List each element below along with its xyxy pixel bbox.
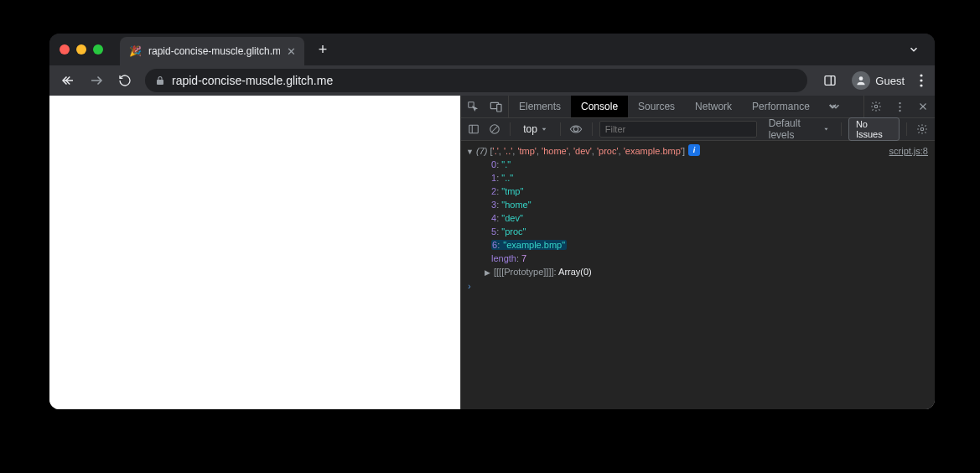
- device-toolbar-button[interactable]: [485, 96, 508, 117]
- console-output[interactable]: ▼ (7) ['.', '..', 'tmp', 'home', 'dev', …: [461, 141, 935, 409]
- array-entry-row: 6: "example.bmp": [461, 238, 935, 252]
- length-row: length: 7: [461, 252, 935, 265]
- svg-rect-3: [825, 76, 835, 86]
- summary-item: '.': [493, 146, 499, 156]
- reload-button[interactable]: [113, 69, 137, 92]
- log-levels-selector[interactable]: Default levels: [764, 117, 834, 141]
- array-entry-row: 3: "home": [461, 198, 935, 211]
- summary-item: 'example.bmp': [624, 146, 682, 156]
- avatar-icon: [852, 71, 870, 90]
- context-label: top: [523, 123, 537, 135]
- svg-point-8: [920, 84, 922, 86]
- levels-label: Default levels: [769, 117, 822, 141]
- array-summary: (7) ['.', '..', 'tmp', 'home', 'dev', 'p…: [476, 144, 685, 158]
- tab-elements[interactable]: Elements: [509, 96, 571, 117]
- svg-marker-24: [824, 128, 827, 131]
- svg-marker-22: [542, 128, 547, 131]
- expand-caret-icon[interactable]: ▼: [466, 145, 474, 159]
- svg-point-25: [921, 127, 925, 131]
- execution-context-selector[interactable]: top: [517, 121, 553, 138]
- svg-point-7: [920, 79, 922, 81]
- summary-item: 'proc': [597, 146, 619, 156]
- svg-point-15: [899, 109, 900, 111]
- svg-point-14: [899, 106, 900, 107]
- tab-performance[interactable]: Performance: [742, 96, 820, 117]
- devtools-menu-button[interactable]: [888, 96, 911, 117]
- back-button[interactable]: [56, 69, 80, 92]
- prototype-row[interactable]: ▶[[[[Prototype]]]]: Array(0): [461, 265, 935, 279]
- svg-point-6: [920, 74, 922, 76]
- page-viewport[interactable]: [49, 96, 460, 409]
- maximize-window-button[interactable]: [93, 44, 103, 55]
- window-controls: [60, 44, 113, 55]
- tab-network[interactable]: Network: [685, 96, 742, 117]
- address-bar-row: rapid-concise-muscle.glitch.me Guest: [49, 65, 935, 96]
- new-tab-button[interactable]: +: [311, 38, 334, 61]
- live-expression-button[interactable]: [568, 124, 585, 134]
- svg-rect-18: [469, 125, 478, 133]
- more-tabs-button[interactable]: [820, 96, 848, 117]
- browser-tab[interactable]: 🎉 rapid-concise-muscle.glitch.m ✕: [120, 37, 304, 65]
- filter-field[interactable]: [599, 121, 757, 138]
- svg-line-21: [491, 127, 497, 133]
- svg-point-23: [574, 127, 578, 131]
- devtools-close-button[interactable]: [911, 96, 935, 117]
- content-area: Elements Console Sources Network Perform…: [49, 96, 935, 409]
- tab-console[interactable]: Console: [571, 96, 628, 117]
- summary-item: '..': [504, 146, 512, 156]
- console-toolbar: top Default levels No Issues: [461, 118, 935, 141]
- svg-point-13: [899, 101, 900, 103]
- tab-sources[interactable]: Sources: [628, 96, 685, 117]
- summary-item: 'home': [542, 146, 568, 156]
- source-link[interactable]: script.js:8: [881, 144, 928, 158]
- array-entry-row: 4: "dev": [461, 211, 935, 225]
- log-summary-row[interactable]: ▼ (7) ['.', '..', 'tmp', 'home', 'dev', …: [461, 144, 935, 158]
- tab-title: rapid-concise-muscle.glitch.m: [148, 45, 280, 57]
- devtools-panel: Elements Console Sources Network Perform…: [460, 96, 935, 409]
- tab-close-button[interactable]: ✕: [287, 45, 296, 58]
- minimize-window-button[interactable]: [76, 44, 86, 55]
- side-panel-button[interactable]: [818, 69, 842, 92]
- console-settings-button[interactable]: [914, 123, 931, 135]
- profile-label: Guest: [875, 75, 905, 87]
- clear-console-button[interactable]: [485, 123, 503, 135]
- inspect-element-button[interactable]: [461, 96, 485, 117]
- titlebar: 🎉 rapid-concise-muscle.glitch.m ✕ +: [49, 34, 935, 65]
- proto-caret-icon[interactable]: ▶: [485, 268, 490, 277]
- info-badge-icon[interactable]: i: [688, 144, 700, 156]
- devtools-tabs: Elements Console Sources Network Perform…: [461, 96, 935, 118]
- tabs-dropdown-button[interactable]: [908, 44, 925, 55]
- profile-button[interactable]: Guest: [845, 70, 911, 91]
- summary-item: 'tmp': [517, 146, 537, 156]
- browser-window: 🎉 rapid-concise-muscle.glitch.m ✕ + rapi…: [49, 34, 935, 409]
- console-prompt[interactable]: ›: [461, 279, 935, 293]
- forward-button[interactable]: [85, 69, 108, 92]
- filter-input[interactable]: [599, 121, 757, 138]
- svg-rect-11: [497, 104, 501, 112]
- summary-item: 'dev': [573, 146, 592, 156]
- address-bar[interactable]: rapid-concise-muscle.glitch.me: [145, 69, 807, 92]
- svg-point-5: [859, 76, 863, 81]
- devtools-settings-button[interactable]: [864, 96, 888, 117]
- console-sidebar-toggle[interactable]: [464, 123, 482, 135]
- issues-button[interactable]: No Issues: [848, 117, 900, 141]
- browser-menu-button[interactable]: [915, 74, 928, 87]
- close-window-button[interactable]: [60, 44, 70, 55]
- svg-point-12: [874, 105, 878, 108]
- array-entry-row: 1: "..": [461, 171, 935, 185]
- lock-icon: [155, 75, 165, 86]
- array-entry-row: 5: "proc": [461, 225, 935, 238]
- array-entry-row: 0: ".": [461, 158, 935, 171]
- array-entry-row: 2: "tmp": [461, 185, 935, 198]
- url-text: rapid-concise-muscle.glitch.me: [172, 74, 333, 87]
- favicon-icon: 🎉: [128, 44, 142, 58]
